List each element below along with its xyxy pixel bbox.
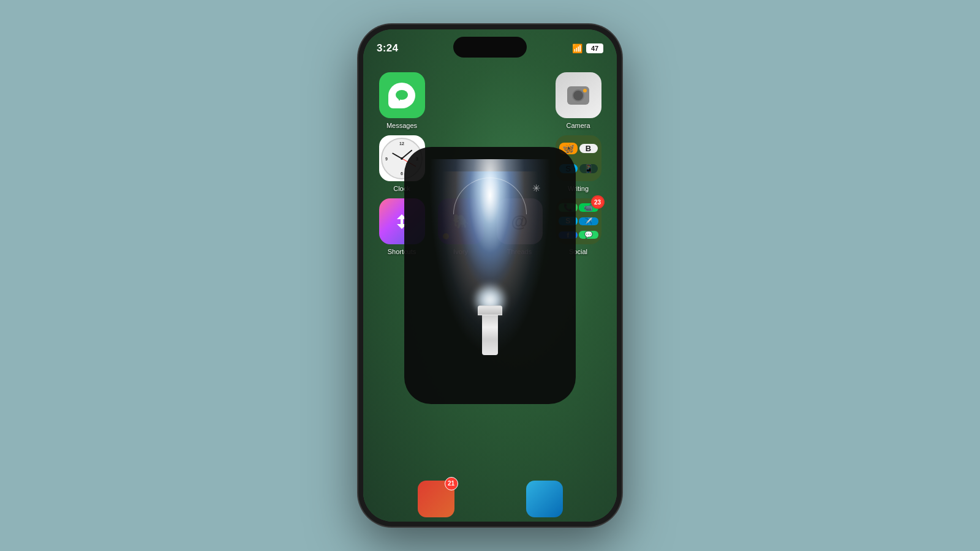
app-item-messages[interactable]: Messages xyxy=(375,72,428,129)
svg-marker-1 xyxy=(398,99,401,101)
bottom-app-2[interactable] xyxy=(526,481,563,517)
brightness-icon: ✳ xyxy=(532,182,540,194)
social-badge: 23 xyxy=(591,195,605,209)
dynamic-island xyxy=(453,37,527,58)
app-label-messages: Messages xyxy=(386,122,417,129)
svg-point-0 xyxy=(396,90,408,100)
status-icons: 📶 47 xyxy=(572,43,603,53)
torch-head xyxy=(478,305,502,315)
bottom-badge-21: 21 xyxy=(445,477,458,490)
wifi-icon: 📶 xyxy=(572,43,582,53)
flashlight-arc xyxy=(453,178,527,214)
flashlight-overlay[interactable]: ✳ xyxy=(404,147,576,404)
phone-screen: 3:24 📶 47 Messages xyxy=(363,29,617,522)
app-label-camera: Camera xyxy=(566,122,590,129)
bottom-app-1[interactable]: 21 xyxy=(418,481,454,517)
torch-body xyxy=(482,315,498,355)
phone-frame: 3:24 📶 47 Messages xyxy=(358,24,622,527)
battery-indicator: 47 xyxy=(586,43,603,53)
app-item-camera[interactable]: Camera xyxy=(552,72,605,129)
bottom-row: 21 xyxy=(363,476,617,522)
torch xyxy=(478,305,502,355)
status-time: 3:24 xyxy=(377,42,398,54)
